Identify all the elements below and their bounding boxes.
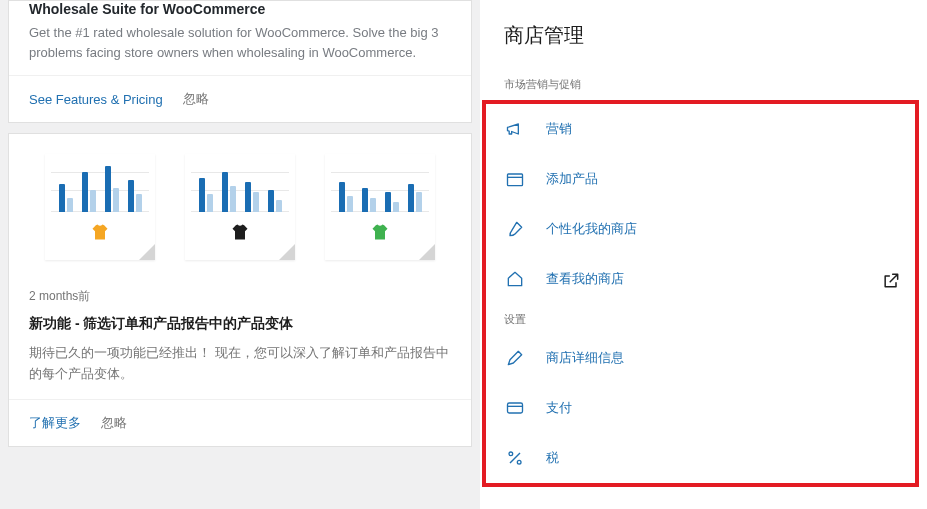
tshirt-icon [89, 222, 111, 242]
svg-point-5 [517, 460, 521, 464]
megaphone-icon [504, 118, 526, 140]
news-card: 2 months前 新功能 - 筛选订单和产品报告中的产品变体 期待已久的一项功… [8, 133, 472, 447]
external-link-icon [881, 271, 897, 287]
card-icon [504, 397, 526, 419]
marketing-menu: 营销添加产品个性化我的商店查看我的商店 [486, 104, 915, 304]
menu-item-label: 添加产品 [546, 170, 897, 188]
learn-more-link[interactable]: 了解更多 [29, 414, 81, 432]
dismiss-button[interactable]: 忽略 [183, 90, 209, 108]
add-product-icon [504, 168, 526, 190]
svg-point-4 [509, 452, 513, 456]
section-settings-label: 设置 [486, 304, 915, 333]
tshirt-icon [229, 222, 251, 242]
marketing-item-brush[interactable]: 个性化我的商店 [486, 204, 915, 254]
chart-card [185, 154, 295, 260]
chart-card [45, 154, 155, 260]
menu-item-label: 商店详细信息 [546, 349, 897, 367]
menu-item-label: 税 [546, 449, 897, 467]
brush-icon [504, 218, 526, 240]
charts-row [9, 134, 471, 270]
menu-item-label: 查看我的商店 [546, 270, 881, 288]
marketing-item-home[interactable]: 查看我的商店 [486, 254, 915, 304]
menu-item-label: 营销 [546, 120, 897, 138]
svg-rect-0 [508, 174, 523, 186]
menu-item-label: 支付 [546, 399, 897, 417]
settings-menu: 商店详细信息支付税 [486, 333, 915, 483]
menu-item-label: 个性化我的商店 [546, 220, 897, 238]
pencil-icon [504, 347, 526, 369]
highlighted-area: 营销添加产品个性化我的商店查看我的商店 设置 商店详细信息支付税 [482, 100, 919, 487]
news-time: 2 months前 [29, 288, 451, 305]
store-management-panel: 商店管理 市场营销与促销 营销添加产品个性化我的商店查看我的商店 设置 商店详细… [480, 0, 927, 509]
svg-line-6 [510, 453, 520, 463]
extension-card: Wholesale Suite for WooCommerce Get the … [8, 0, 472, 123]
tshirt-icon [369, 222, 391, 242]
chart-card [325, 154, 435, 260]
percent-icon [504, 447, 526, 469]
news-desc: 期待已久的一项功能已经推出！ 现在，您可以深入了解订单和产品报告中的每个产品变体… [29, 343, 451, 385]
section-marketing-label: 市场营销与促销 [480, 71, 927, 100]
marketing-item-megaphone[interactable]: 营销 [486, 104, 915, 154]
settings-item-pencil[interactable]: 商店详细信息 [486, 333, 915, 383]
extension-desc: Get the #1 rated wholesale solution for … [29, 23, 451, 63]
panel-title: 商店管理 [480, 0, 927, 71]
marketing-item-add-product[interactable]: 添加产品 [486, 154, 915, 204]
svg-rect-2 [508, 403, 523, 413]
news-title: 新功能 - 筛选订单和产品报告中的产品变体 [29, 315, 451, 333]
dismiss-news-button[interactable]: 忽略 [101, 414, 127, 432]
home-icon [504, 268, 526, 290]
settings-item-card[interactable]: 支付 [486, 383, 915, 433]
settings-item-percent[interactable]: 税 [486, 433, 915, 483]
extension-title: Wholesale Suite for WooCommerce [29, 1, 451, 17]
features-pricing-link[interactable]: See Features & Pricing [29, 92, 163, 107]
